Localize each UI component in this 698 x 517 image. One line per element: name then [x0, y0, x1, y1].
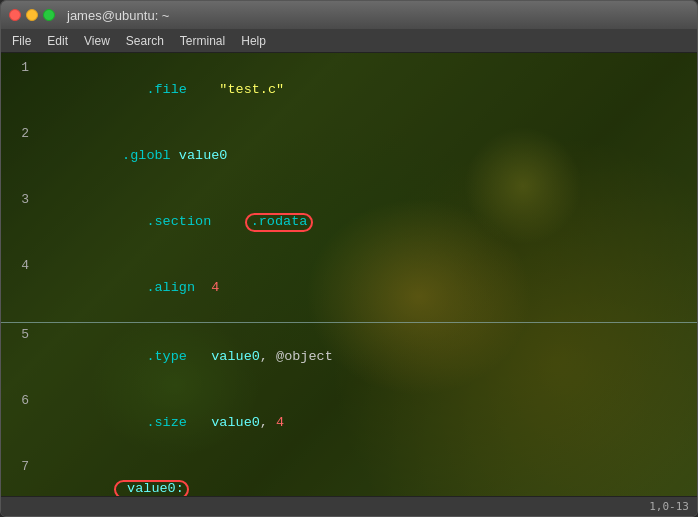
line-number: 6: [5, 390, 29, 412]
line-number: 3: [5, 189, 29, 211]
menubar: File Edit View Search Terminal Help: [1, 29, 697, 53]
terminal-window: james@ubuntu: ~ File Edit View Search Te…: [0, 0, 698, 517]
directive: .type: [114, 349, 187, 364]
statusbar: 1,0-13: [1, 496, 697, 516]
line-number: 4: [5, 255, 29, 277]
string-value: "test.c": [219, 82, 284, 97]
symbol: value0: [211, 415, 260, 430]
number: 4: [211, 280, 219, 295]
menu-help[interactable]: Help: [234, 32, 273, 50]
terminal-content[interactable]: 1 .file "test.c" 2 .globl value0 3 .sect…: [1, 53, 697, 496]
code-line-4: 4 .align 4: [1, 255, 697, 321]
menu-edit[interactable]: Edit: [40, 32, 75, 50]
code-line-1: 1 .file "test.c": [1, 57, 697, 123]
symbol: value0: [179, 148, 228, 163]
minimize-button[interactable]: [26, 9, 38, 21]
traffic-lights: [9, 9, 55, 21]
code-editor: 1 .file "test.c" 2 .globl value0 3 .sect…: [1, 53, 697, 496]
menu-view[interactable]: View: [77, 32, 117, 50]
section-divider: [1, 322, 697, 323]
line-content: .globl value0: [33, 123, 693, 189]
line-number: 2: [5, 123, 29, 145]
menu-terminal[interactable]: Terminal: [173, 32, 232, 50]
line-content: .section .rodata: [33, 189, 693, 255]
window-title: james@ubuntu: ~: [67, 8, 169, 23]
code-line-2: 2 .globl value0: [1, 123, 697, 189]
line-content: .align 4: [33, 255, 693, 321]
menu-file[interactable]: File: [5, 32, 38, 50]
symbol: value0: [211, 349, 260, 364]
line-content: .size value0, 4: [33, 390, 693, 456]
directive: .size: [114, 415, 187, 430]
type-attr: @object: [276, 349, 333, 364]
maximize-button[interactable]: [43, 9, 55, 21]
close-button[interactable]: [9, 9, 21, 21]
line-number: 5: [5, 324, 29, 346]
line-number: 1: [5, 57, 29, 79]
code-line-6: 6 .size value0, 4: [1, 390, 697, 456]
label: value0:: [119, 481, 184, 496]
code-line-7: 7 value0:: [1, 456, 697, 496]
line-content: .file "test.c": [33, 57, 693, 123]
cursor-position: 1,0-13: [649, 500, 689, 513]
line-content: .type value0, @object: [33, 324, 693, 390]
directive: .file: [114, 82, 187, 97]
line-content: value0:: [33, 456, 693, 496]
directive: .globl: [114, 148, 171, 163]
code-line-3: 3 .section .rodata: [1, 189, 697, 255]
directive: .align: [114, 280, 195, 295]
titlebar: james@ubuntu: ~: [1, 1, 697, 29]
number: 4: [276, 415, 284, 430]
code-line-5: 5 .type value0, @object: [1, 324, 697, 390]
menu-search[interactable]: Search: [119, 32, 171, 50]
directive: .section: [114, 214, 211, 229]
line-number: 7: [5, 456, 29, 478]
section-keyword: .rodata: [251, 214, 308, 229]
